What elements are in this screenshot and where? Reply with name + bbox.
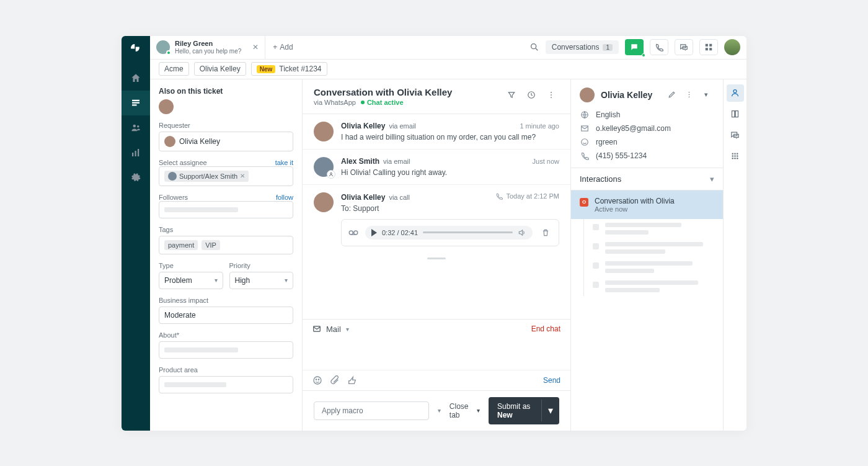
reply-editor[interactable] bbox=[303, 339, 570, 370]
edit-customer-button[interactable] bbox=[663, 87, 680, 103]
filter-button[interactable] bbox=[503, 87, 520, 103]
send-button[interactable]: Send bbox=[543, 376, 560, 385]
nav-customers[interactable] bbox=[122, 115, 150, 140]
attachment-icon[interactable] bbox=[330, 375, 340, 385]
voicemail-icon bbox=[348, 227, 359, 238]
followers-label: Followers bbox=[159, 194, 188, 201]
business-impact-field[interactable]: Moderate bbox=[159, 307, 293, 324]
profile-avatar[interactable] bbox=[724, 39, 740, 55]
svg-point-16 bbox=[551, 97, 552, 98]
conversations-button[interactable]: Conversations 1 bbox=[546, 40, 619, 54]
nav-rail bbox=[122, 36, 150, 431]
nav-admin[interactable] bbox=[122, 165, 150, 190]
svg-rect-10 bbox=[709, 44, 712, 47]
submit-caret-button[interactable]: ▾ bbox=[541, 400, 559, 421]
take-it-link[interactable]: take it bbox=[275, 159, 293, 166]
collapse-customer-button[interactable]: ▾ bbox=[698, 87, 714, 103]
tag-vip[interactable]: VIP bbox=[202, 240, 220, 250]
crumb-user[interactable]: Olivia Kelley bbox=[194, 62, 246, 76]
remove-assignee-icon[interactable]: ✕ bbox=[240, 173, 245, 179]
product-area-label: Product area bbox=[159, 366, 293, 374]
chevron-down-icon: ▾ bbox=[710, 174, 714, 184]
requester-field[interactable]: Olivia Kelley bbox=[159, 132, 293, 151]
assignee-field[interactable]: Support/Alex Smith ✕ bbox=[159, 166, 293, 186]
nav-views[interactable] bbox=[122, 91, 150, 115]
message-body: Hi Olivia! Calling you right away. bbox=[341, 168, 559, 177]
message-author: Alex Smith bbox=[341, 157, 379, 166]
crumb-ticket[interactable]: New Ticket #1234 bbox=[251, 62, 327, 76]
nav-reporting[interactable] bbox=[122, 140, 150, 165]
ticket-footer: Apply macro ▾ Close tab ▾ Submit as New … bbox=[303, 390, 570, 431]
interaction-item[interactable] bbox=[584, 277, 723, 296]
context-apps-button[interactable] bbox=[727, 148, 744, 165]
context-knowledge-button[interactable] bbox=[727, 105, 744, 123]
tag-payment[interactable]: payment bbox=[164, 240, 198, 250]
nav-home[interactable] bbox=[122, 66, 150, 91]
priority-select[interactable]: High▾ bbox=[229, 272, 294, 289]
conversations-icon bbox=[680, 43, 688, 52]
close-icon[interactable]: ✕ bbox=[252, 43, 259, 52]
svg-point-33 bbox=[737, 153, 738, 155]
search-icon[interactable] bbox=[529, 42, 539, 52]
chat-icon bbox=[630, 43, 639, 52]
delete-recording-button[interactable] bbox=[539, 228, 552, 237]
talk-button[interactable] bbox=[650, 39, 668, 55]
about-field[interactable] bbox=[159, 341, 293, 359]
interactions-header[interactable]: Interactions ▾ bbox=[571, 168, 723, 190]
interaction-active[interactable]: O Conversation with Olivia Active now bbox=[571, 190, 723, 219]
add-tab-button[interactable]: + Add bbox=[265, 43, 300, 52]
ticket-properties-pane: Also on this ticket Requester Olivia Kel… bbox=[150, 79, 303, 431]
type-select[interactable]: Problem▾ bbox=[159, 272, 223, 289]
context-chat-button[interactable] bbox=[727, 127, 744, 144]
chat-status: Chat active bbox=[367, 99, 404, 106]
interaction-item[interactable] bbox=[584, 258, 723, 277]
viewer-avatar[interactable] bbox=[159, 99, 174, 114]
help-button[interactable] bbox=[675, 39, 693, 55]
crumb-org[interactable]: Acme bbox=[159, 62, 189, 76]
player-time: 0:32 / 02:41 bbox=[382, 229, 418, 236]
emoji-icon[interactable] bbox=[312, 375, 322, 385]
message-author: Olivia Kelley bbox=[341, 193, 385, 202]
apply-macro-button[interactable]: Apply macro bbox=[314, 401, 429, 420]
more-button[interactable] bbox=[543, 87, 559, 103]
interaction-item[interactable] bbox=[584, 219, 723, 238]
close-tab-button[interactable]: Close tab ▾ bbox=[450, 402, 480, 419]
customer-email[interactable]: o.kelley85@gmail.com bbox=[596, 124, 671, 133]
chevron-down-icon[interactable]: ▾ bbox=[438, 407, 441, 414]
channel-select[interactable]: Mail ▾ bbox=[312, 325, 349, 334]
end-chat-button[interactable]: End chat bbox=[531, 325, 560, 333]
play-button[interactable] bbox=[371, 229, 377, 236]
chevron-down-icon: ▾ bbox=[215, 277, 218, 284]
svg-point-25 bbox=[688, 94, 689, 96]
history-button[interactable] bbox=[523, 87, 539, 103]
customer-whatsapp[interactable]: rgreen bbox=[596, 138, 618, 146]
chat-status-button[interactable] bbox=[625, 39, 644, 55]
svg-point-26 bbox=[688, 96, 689, 97]
globe-icon bbox=[580, 110, 590, 119]
interaction-item[interactable] bbox=[584, 238, 723, 258]
tags-label: Tags bbox=[159, 226, 293, 233]
context-user-button[interactable] bbox=[727, 84, 744, 102]
book-icon bbox=[730, 109, 740, 119]
svg-rect-2 bbox=[132, 104, 137, 105]
customer-phone[interactable]: (415) 555-1234 bbox=[596, 151, 647, 160]
tags-field[interactable]: payment VIP bbox=[159, 236, 293, 254]
kebab-icon bbox=[547, 91, 556, 99]
product-area-field[interactable] bbox=[159, 376, 293, 393]
apps-button[interactable] bbox=[699, 39, 718, 55]
more-customer-button[interactable] bbox=[681, 87, 697, 103]
message-row: Alex Smith via email Just now Hi Olivia!… bbox=[303, 150, 570, 185]
message-author: Olivia Kelley bbox=[341, 122, 385, 130]
player-track[interactable] bbox=[423, 231, 513, 233]
user-icon bbox=[730, 88, 740, 97]
tab-preview: Hello, can you help me? bbox=[175, 48, 241, 55]
thumbs-up-icon[interactable] bbox=[347, 375, 357, 385]
workspace-tab[interactable]: Riley Green Hello, can you help me? ✕ bbox=[150, 36, 265, 59]
submit-button[interactable]: Submit as New bbox=[489, 397, 541, 424]
followers-field[interactable] bbox=[159, 201, 293, 218]
resize-handle[interactable] bbox=[427, 258, 446, 259]
volume-icon[interactable] bbox=[518, 228, 526, 237]
svg-point-32 bbox=[734, 153, 736, 155]
follow-link[interactable]: follow bbox=[276, 194, 293, 201]
message-via: via email bbox=[389, 122, 415, 130]
